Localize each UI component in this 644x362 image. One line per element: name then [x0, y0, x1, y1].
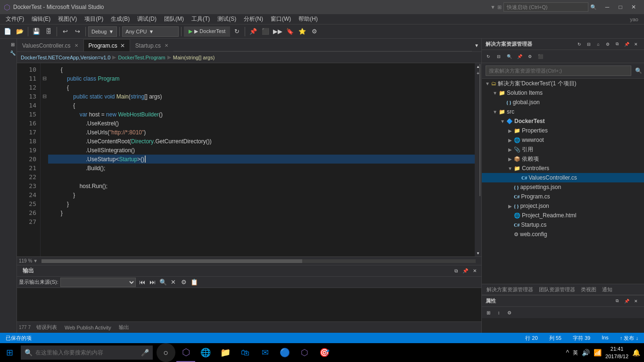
se-settings-btn[interactable]: ⚙: [603, 40, 612, 49]
code-content[interactable]: { public class Program { public static v…: [48, 63, 475, 256]
tree-readme[interactable]: 🌐 Project_Readme.html: [482, 211, 644, 220]
taskbar-search-input[interactable]: [35, 349, 138, 356]
tree-solution[interactable]: ▼ 🗂 解决方案'DockerTest'(1 个项目): [482, 79, 644, 88]
tray-network[interactable]: ^: [566, 349, 569, 356]
debug-config-dropdown[interactable]: Debug ▼: [88, 26, 117, 37]
prop-tb2[interactable]: ↕: [494, 308, 504, 317]
menu-tools[interactable]: 工具(T): [188, 14, 214, 24]
tree-program-cs[interactable]: C# Program.cs: [482, 192, 644, 201]
prop-pin-btn[interactable]: 📌: [622, 297, 631, 305]
tab-output[interactable]: 输出: [115, 322, 133, 333]
menu-test[interactable]: 测试(S): [214, 14, 240, 24]
output-source-select[interactable]: [60, 278, 136, 287]
run-button[interactable]: ▶ ▶ DockerTest: [184, 26, 230, 37]
taskbar-cortana[interactable]: ○: [157, 343, 175, 362]
status-char[interactable]: 字符 39: [571, 335, 592, 342]
taskbar-app2[interactable]: 🎯: [315, 343, 334, 362]
status-row[interactable]: 行 20: [523, 335, 539, 342]
se-collapse-btn[interactable]: ⊟: [585, 40, 593, 49]
redo-btn[interactable]: ↪: [72, 26, 83, 37]
tree-project-json[interactable]: ▶ { } project.json: [482, 201, 644, 211]
tb-extra4[interactable]: 🔖: [284, 26, 296, 37]
se-sync-btn[interactable]: ↻: [575, 40, 584, 49]
tb-extra3[interactable]: ▶▶: [272, 26, 283, 37]
tab-close-startup[interactable]: ✕: [165, 43, 168, 48]
tab-program[interactable]: Program.cs ✕: [83, 39, 130, 51]
scroll-down-btn[interactable]: ▼: [475, 250, 481, 256]
tree-valuescontroller[interactable]: C# ValuesController.cs: [482, 173, 644, 182]
status-col[interactable]: 列 55: [547, 335, 563, 342]
menu-view[interactable]: 视图(V): [54, 14, 81, 24]
side-icon-1[interactable]: ⊞: [9, 41, 17, 48]
tab-startup[interactable]: Startup.cs ✕: [130, 39, 173, 51]
taskbar-store[interactable]: 🛍: [236, 343, 255, 362]
bc-method[interactable]: Main(string[] args): [173, 55, 215, 60]
tray-wifi[interactable]: 📶: [594, 349, 602, 356]
taskbar-dotnet[interactable]: ⬡: [295, 343, 314, 362]
tree-web-config[interactable]: ⚙ web.config: [482, 230, 644, 239]
se-tab-class[interactable]: 类视图: [578, 284, 599, 295]
bc-class[interactable]: DockerTest.Program: [118, 55, 165, 60]
menu-team[interactable]: 团队(M): [160, 14, 188, 24]
out-btn2[interactable]: ⏭: [148, 278, 157, 287]
tree-dockertest-project[interactable]: ▼ 🔷 DockerTest: [482, 116, 644, 126]
out-btn4[interactable]: ✕: [169, 278, 178, 287]
status-publish[interactable]: ↑ 发布 ↓: [618, 335, 640, 342]
menu-help[interactable]: 帮助(H): [295, 14, 322, 24]
tree-controllers[interactable]: ▼ 📁 Controllers: [482, 164, 644, 173]
se-close-btn[interactable]: ✕: [632, 40, 640, 49]
start-button[interactable]: ⊞: [0, 343, 19, 362]
tree-wwwroot[interactable]: ▶ 🌐 wwwroot: [482, 135, 644, 145]
se-tb-btn2[interactable]: ⊟: [494, 52, 504, 61]
quick-launch-box[interactable]: 快速启动 (Ctrl+Q): [504, 2, 588, 12]
tree-ref[interactable]: ▶ 📎 引用: [482, 145, 644, 154]
tray-volume[interactable]: 🔊: [582, 349, 590, 356]
taskbar-edge[interactable]: 🌐: [196, 343, 215, 362]
save-btn[interactable]: 💾: [31, 26, 42, 37]
new-file-btn[interactable]: 📄: [2, 26, 13, 37]
menu-edit[interactable]: 编辑(E): [28, 14, 54, 24]
taskbar-search-box[interactable]: 🔍 🎤: [21, 346, 153, 360]
se-tb-btn6[interactable]: ⬛: [536, 52, 545, 61]
tree-startup-cs[interactable]: C# Startup.cs: [482, 220, 644, 230]
tab-valuescontroller[interactable]: ValuesController.cs ✕: [17, 39, 83, 51]
taskbar-explorer[interactable]: 📁: [216, 343, 235, 362]
taskbar-chrome[interactable]: 🔵: [275, 343, 294, 362]
tab-close-valuescontroller[interactable]: ✕: [74, 43, 78, 48]
menu-debug[interactable]: 调试(D): [133, 14, 160, 24]
se-float-btn[interactable]: ⧉: [613, 40, 621, 49]
se-tb-btn1[interactable]: ↻: [484, 52, 493, 61]
se-tab-team[interactable]: 团队资源管理器: [536, 284, 578, 295]
bc-namespace[interactable]: DockerTest.NETCoreApp,Version=v1.0: [21, 55, 110, 60]
platform-dropdown[interactable]: Any CPU ▼: [122, 26, 179, 37]
vertical-scrollbar[interactable]: ▲ ▼ +: [475, 63, 481, 256]
side-icon-2[interactable]: 🔧: [9, 49, 17, 57]
status-ready[interactable]: 已保存的项: [4, 335, 33, 342]
tree-appsettings[interactable]: { } appsettings.json: [482, 182, 644, 192]
se-home-btn[interactable]: ⌂: [594, 40, 603, 49]
save-all-btn[interactable]: 🗄: [43, 26, 54, 37]
se-tab-notify[interactable]: 通知: [599, 284, 615, 295]
tree-global-json[interactable]: { } global.json: [482, 98, 644, 107]
out-btn6[interactable]: 📋: [190, 278, 199, 287]
output-close-btn[interactable]: ✕: [470, 266, 479, 276]
menu-file[interactable]: 文件(F): [2, 14, 28, 24]
se-tb-btn5[interactable]: ⚙: [525, 52, 535, 61]
menu-project[interactable]: 项目(P): [81, 14, 107, 24]
output-pin-btn[interactable]: 📌: [461, 266, 470, 276]
menu-analyze[interactable]: 分析(N): [240, 14, 267, 24]
refresh-btn[interactable]: ↻: [231, 26, 242, 37]
maximize-button[interactable]: □: [614, 2, 627, 12]
out-btn3[interactable]: 🔍: [158, 278, 168, 287]
prop-close-btn[interactable]: ✕: [632, 297, 640, 305]
tab-dropdown-btn[interactable]: ▼: [472, 39, 481, 51]
se-tb-btn4[interactable]: 📌: [515, 52, 524, 61]
prop-tb1[interactable]: ⊞: [484, 308, 493, 317]
taskbar-mail[interactable]: ✉: [256, 343, 274, 362]
tab-web-publish[interactable]: Web Publish Activity: [61, 322, 115, 333]
tree-properties[interactable]: ▶ 📁 Properties: [482, 126, 644, 135]
se-tb-btn3[interactable]: 🔍: [504, 52, 514, 61]
menu-build[interactable]: 生成(B): [107, 14, 133, 24]
status-ins[interactable]: Ins: [600, 335, 611, 342]
tree-solution-items[interactable]: ▼ 📁 Solution Items: [482, 88, 644, 98]
